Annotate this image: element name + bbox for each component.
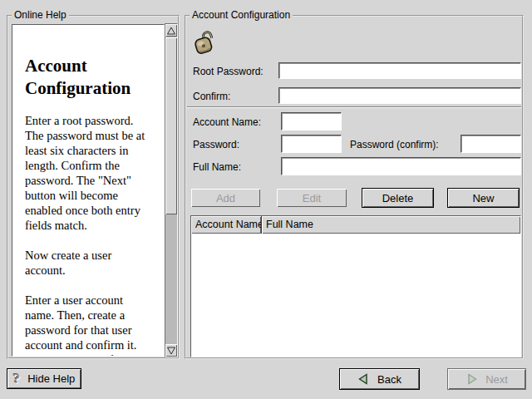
arrow-up-icon [166,26,176,36]
back-button[interactable]: Back [339,368,420,390]
confirm-password-input[interactable] [278,87,521,104]
help-paragraph: Now create a user account. [25,248,153,278]
help-paragraph: Enter a root password. The password must… [25,113,153,233]
back-arrow-icon [357,373,370,385]
full-name-label: Full Name: [193,161,241,173]
delete-button[interactable]: Delete [362,188,434,208]
help-text: Account Configuration Enter a root passw… [12,25,162,357]
scrollbar-thumb[interactable] [165,37,177,214]
account-configuration-panel: Account Configuration Root Password: Con… [185,15,524,359]
scroll-up-button[interactable] [165,24,177,37]
scroll-down-button[interactable] [165,344,177,357]
password-confirm-label: Password (confirm): [350,139,439,150]
column-header-account-name[interactable]: Account Name [191,216,262,234]
back-label: Back [377,373,401,386]
confirm-label: Confirm: [193,91,230,102]
root-password-label: Root Password: [193,66,264,77]
edit-button[interactable]: Edit [276,188,347,208]
section-separator [187,106,521,107]
online-help-title: Online Help [12,9,69,21]
password-input[interactable] [281,135,342,153]
accounts-table-body[interactable] [191,234,520,357]
account-configuration-title: Account Configuration [190,9,293,21]
account-name-label: Account Name: [193,116,261,128]
next-arrow-icon [466,373,478,385]
full-name-input[interactable] [281,157,521,175]
password-label: Password: [193,139,239,150]
arrow-down-icon [166,346,176,356]
help-heading: Account Configuration [25,55,154,100]
online-help-panel: Online Help Account Configuration Enter … [7,15,180,359]
column-header-full-name[interactable]: Full Name [262,216,520,234]
add-button[interactable]: Add [190,188,261,208]
help-scrollbar[interactable] [165,23,178,357]
help-text-area: Account Configuration Enter a root passw… [12,24,165,357]
hide-help-label: Hide Help [27,372,75,385]
next-label: Next [485,373,508,386]
hide-help-button[interactable]: ? Hide Help [7,368,81,389]
padlock-icon [191,27,216,56]
question-mark-icon: ? [13,372,21,385]
accounts-table: Account Name Full Name [190,215,521,357]
installer-window: { "help": { "frame_label": "Online Help"… [0,0,532,399]
next-button[interactable]: Next [447,368,526,390]
root-password-input[interactable] [278,62,521,79]
password-confirm-input[interactable] [461,135,521,153]
account-name-input[interactable] [281,112,342,131]
help-paragraph: Enter a user account name. Then, create … [25,293,153,357]
new-button[interactable]: New [447,188,520,208]
accounts-table-header: Account Name Full Name [191,216,520,234]
